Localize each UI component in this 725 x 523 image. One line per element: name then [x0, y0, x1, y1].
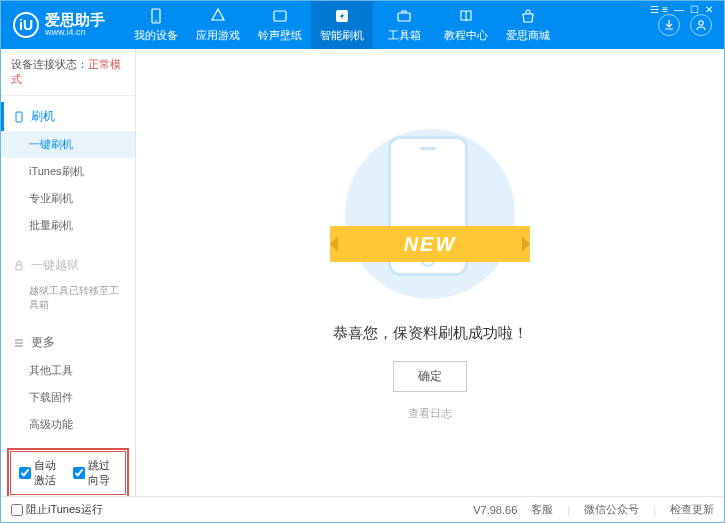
tab-label: 铃声壁纸 [258, 28, 302, 43]
options-highlight: 自动激活 跳过向导 [7, 448, 129, 496]
lock-icon [13, 260, 25, 272]
titlebar: iU 爱思助手 www.i4.cn 我的设备 应用游戏 铃声壁纸 智能刷机 [1, 1, 724, 49]
chk-block-itunes[interactable]: 阻止iTunes运行 [11, 502, 103, 517]
tab-store[interactable]: 爱思商城 [497, 1, 559, 49]
tab-apps[interactable]: 应用游戏 [187, 1, 249, 49]
chk-skip-guide-input[interactable] [73, 467, 85, 479]
app-logo: iU 爱思助手 www.i4.cn [13, 12, 105, 38]
connection-state: 设备连接状态：正常模式 [1, 49, 135, 96]
chk-auto-activate[interactable]: 自动激活 [19, 458, 63, 488]
wechat-link[interactable]: 微信公众号 [584, 502, 639, 517]
app-title: 爱思助手 [45, 12, 105, 29]
sidebar-hdr-label: 一键越狱 [31, 257, 79, 274]
sidebar-item-pro[interactable]: 专业刷机 [1, 185, 135, 212]
body: 设备连接状态：正常模式 刷机 一键刷机 iTunes刷机 专业刷机 批量刷机 一… [1, 49, 724, 496]
minimize-icon[interactable]: — [674, 4, 684, 15]
version-label: V7.98.66 [473, 504, 517, 516]
close-icon[interactable]: ✕ [705, 4, 713, 15]
titlebar-right [658, 14, 712, 36]
tab-label: 教程中心 [444, 28, 488, 43]
nav-tabs: 我的设备 应用游戏 铃声壁纸 智能刷机 工具箱 教程中心 [125, 1, 559, 49]
window-controls: ☰ ≡ — ☐ ✕ [650, 4, 713, 15]
sidebar-item-advanced[interactable]: 高级功能 [1, 411, 135, 438]
tab-flash[interactable]: 智能刷机 [311, 1, 373, 49]
update-link[interactable]: 检查更新 [670, 502, 714, 517]
main-content: NEW 恭喜您，保资料刷机成功啦！ 确定 查看日志 [136, 49, 724, 496]
store-icon [519, 7, 537, 25]
tab-my-device[interactable]: 我的设备 [125, 1, 187, 49]
sidebar-item-itunes[interactable]: iTunes刷机 [1, 158, 135, 185]
menu-icon[interactable]: ☰ ≡ [650, 4, 668, 15]
tab-media[interactable]: 铃声壁纸 [249, 1, 311, 49]
sidebar-item-oneclick[interactable]: 一键刷机 [1, 131, 135, 158]
svg-rect-7 [16, 265, 22, 270]
svg-point-1 [155, 20, 157, 22]
tab-label: 工具箱 [388, 28, 421, 43]
toolbox-icon [395, 7, 413, 25]
media-icon [271, 7, 289, 25]
tab-label: 爱思商城 [506, 28, 550, 43]
svg-point-5 [699, 21, 703, 25]
sidebar-hdr-jailbreak: 一键越狱 [1, 251, 135, 280]
user-button[interactable] [690, 14, 712, 36]
chk-label: 跳过向导 [88, 458, 117, 488]
chk-auto-activate-input[interactable] [19, 467, 31, 479]
maximize-icon[interactable]: ☐ [690, 4, 699, 15]
view-log-link[interactable]: 查看日志 [408, 406, 452, 421]
service-link[interactable]: 客服 [531, 502, 553, 517]
new-banner: NEW [330, 226, 530, 262]
app-url: www.i4.cn [45, 28, 105, 38]
sidebar-item-other[interactable]: 其他工具 [1, 357, 135, 384]
svg-rect-6 [16, 112, 22, 122]
svg-rect-4 [398, 13, 410, 21]
ok-button[interactable]: 确定 [393, 361, 467, 392]
sidebar-item-batch[interactable]: 批量刷机 [1, 212, 135, 239]
svg-rect-2 [274, 11, 286, 21]
tab-toolbox[interactable]: 工具箱 [373, 1, 435, 49]
apps-icon [209, 7, 227, 25]
app-window: ☰ ≡ — ☐ ✕ iU 爱思助手 www.i4.cn 我的设备 应用游戏 铃声… [0, 0, 725, 523]
chk-skip-guide[interactable]: 跳过向导 [73, 458, 117, 488]
conn-label: 设备连接状态： [11, 58, 88, 70]
menu-icon [13, 337, 25, 349]
sidebar-hdr-flash[interactable]: 刷机 [1, 102, 135, 131]
flash-icon [333, 7, 351, 25]
chk-block-itunes-input[interactable] [11, 504, 23, 516]
sidebar-hdr-label: 更多 [31, 334, 55, 351]
tab-tutorial[interactable]: 教程中心 [435, 1, 497, 49]
sidebar-hdr-more[interactable]: 更多 [1, 328, 135, 357]
phone-icon [13, 111, 25, 123]
sidebar-item-download-fw[interactable]: 下载固件 [1, 384, 135, 411]
tab-label: 我的设备 [134, 28, 178, 43]
footer: 阻止iTunes运行 V7.98.66 客服 | 微信公众号 | 检查更新 [1, 496, 724, 522]
success-message: 恭喜您，保资料刷机成功啦！ [333, 324, 528, 343]
chk-label: 自动激活 [34, 458, 63, 488]
sidebar: 设备连接状态：正常模式 刷机 一键刷机 iTunes刷机 专业刷机 批量刷机 一… [1, 49, 136, 496]
tab-label: 智能刷机 [320, 28, 364, 43]
illustration: NEW [340, 124, 520, 304]
phone-icon [147, 7, 165, 25]
logo-icon: iU [13, 12, 39, 38]
tab-label: 应用游戏 [196, 28, 240, 43]
book-icon [457, 7, 475, 25]
download-button[interactable] [658, 14, 680, 36]
sidebar-hdr-label: 刷机 [31, 108, 55, 125]
jailbreak-note: 越狱工具已转移至工具箱 [1, 280, 135, 316]
chk-label: 阻止iTunes运行 [26, 502, 103, 517]
